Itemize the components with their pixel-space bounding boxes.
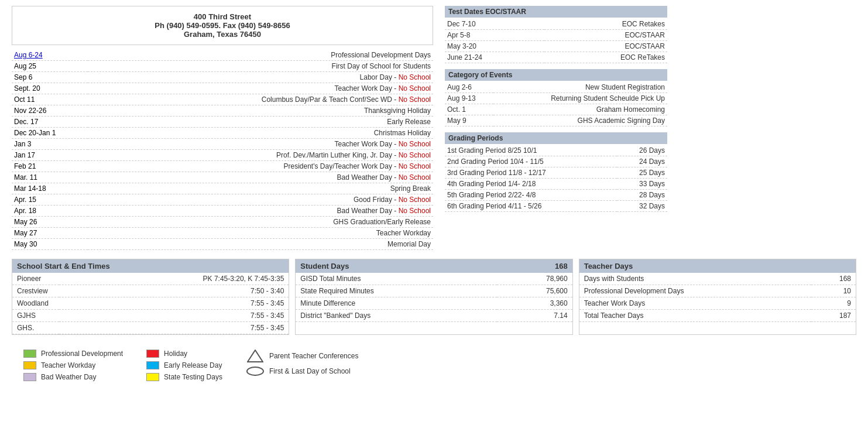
test-date: May 3-20 [445, 41, 544, 52]
list-item: Mar 14-18Spring Break [12, 183, 433, 194]
event-name: Bad Weather Day - No School [88, 206, 433, 217]
category-event: Graham Homecoming [493, 104, 667, 115]
category-event: Returning Student Scheulde Pick Up [493, 93, 667, 104]
grading-header: Grading Periods [445, 132, 667, 144]
legend-label: State Testing Days [164, 373, 222, 381]
event-name: Prof. Dev./Martin Luther King, Jr. Day -… [88, 150, 433, 161]
list-item: GHS.7:55 - 3:45 [12, 322, 289, 334]
grading-period: 2nd Grading Period 10/4 - 11/5 [445, 156, 617, 167]
student-days-title: Student Days [300, 262, 349, 271]
legend-label: Professional Development [41, 350, 123, 358]
teacher-days-header: Teacher Days [579, 259, 856, 273]
school-name: GHS. [12, 322, 59, 334]
event-date: May 27 [12, 228, 88, 239]
legend-item: Early Release Day [146, 361, 222, 369]
list-item: Oct 11Columbus Day/Par & Teach Conf/Sec … [12, 94, 433, 105]
grading-section: Grading Periods 1st Grading Period 8/25 … [445, 132, 667, 212]
test-event: EOC ReTakes [544, 52, 667, 63]
legend-section: Professional DevelopmentTeacher WorkdayB… [12, 344, 856, 387]
legend-label: Teacher Workday [41, 361, 95, 369]
event-name: Good Friday - No School [88, 194, 433, 206]
legend-label: Parent Teacher Conferences [269, 352, 359, 360]
list-item: Apr. 18Bad Weather Day - No School [12, 206, 433, 217]
event-name: Columbus Day/Par & Teach Conf/Sec WD - N… [88, 94, 433, 105]
list-item: 3rd Grading Period 11/8 - 12/1725 Days [445, 167, 667, 179]
event-date: Sept. 20 [12, 83, 88, 94]
test-date: Dec 7-10 [445, 19, 544, 30]
teacher-days-value: 10 [811, 285, 856, 297]
list-item: Crestview7:50 - 3:40 [12, 285, 289, 297]
legend-label: Early Release Day [164, 361, 222, 369]
list-item: Apr. 15Good Friday - No School [12, 194, 433, 206]
list-item: Mar. 11Bad Weather Day - No School [12, 172, 433, 183]
legend-item: Professional Development [23, 350, 123, 358]
test-dates-header: Test Dates EOC/STAAR [445, 6, 667, 18]
legend-item: Holiday [146, 350, 222, 358]
test-date: June 21-24 [445, 52, 544, 63]
school-time: 7:50 - 3:40 [59, 285, 289, 297]
event-date: Jan 17 [12, 150, 88, 161]
event-date: Sep 6 [12, 72, 88, 83]
school-time: 7:55 - 3:45 [59, 310, 289, 322]
category-header: Category of Events [445, 69, 667, 81]
event-date: Apr. 15 [12, 194, 88, 206]
event-date: Aug 25 [12, 61, 88, 72]
grading-days: 24 Days [617, 156, 667, 167]
category-event: GHS Academic Signing Day [493, 115, 667, 126]
event-name: President's Day/Teacher Work Day - No Sc… [88, 161, 433, 172]
teacher-days-label: Total Teacher Days [579, 310, 811, 322]
event-name: Teacher Workday [88, 228, 433, 239]
event-name: Thanksgiving Holiday [88, 105, 433, 117]
list-item: Professional Development Days10 [579, 285, 856, 297]
legend-color-box [146, 350, 159, 358]
list-item: Sept. 20Teacher Work Day - No School [12, 83, 433, 94]
list-item: Dec 20-Jan 1Christmas Holiday [12, 128, 433, 139]
list-item: Apr 5-8EOC/STAAR [445, 30, 667, 41]
grading-days: 33 Days [617, 179, 667, 190]
legend-color-box [146, 361, 159, 369]
svg-point-1 [247, 367, 263, 375]
list-item: June 21-24EOC ReTakes [445, 52, 667, 63]
legend-item: First & Last Day of School [246, 366, 359, 376]
event-name: Teacher Work Day - No School [88, 83, 433, 94]
legend-item: Teacher Workday [23, 361, 123, 369]
category-event: New Student Registration [493, 82, 667, 93]
list-item: May 3-20EOC/STAAR [445, 41, 667, 52]
category-section: Category of Events Aug 2-6New Student Re… [445, 69, 667, 126]
legend-item: Parent Teacher Conferences [246, 350, 359, 362]
right-panel: Test Dates EOC/STAAR Dec 7-10EOC Retakes… [445, 6, 667, 250]
student-days-label: Minute Difference [296, 297, 497, 310]
list-item: Aug 6-24Professional Development Days [12, 50, 433, 61]
legend-color-box [23, 373, 36, 381]
event-date: May 26 [12, 217, 88, 228]
school-name: Woodland [12, 297, 59, 310]
school-name: GJHS [12, 310, 59, 322]
teacher-days-value: 187 [811, 310, 856, 322]
test-event: EOC/STAAR [544, 41, 667, 52]
list-item: Dec 7-10EOC Retakes [445, 19, 667, 30]
school-phone: Ph (940) 549-0595. Fax (940) 549-8656 [24, 21, 421, 30]
event-date: Dec 20-Jan 1 [12, 128, 88, 139]
teacher-days-table: Days with Students168Professional Develo… [579, 273, 856, 322]
event-date: Aug 6-24 [12, 50, 88, 61]
legend-item: State Testing Days [146, 373, 222, 381]
student-days-panel: Student Days 168 GISD Total Minutes78,96… [295, 259, 572, 335]
teacher-days-label: Professional Development Days [579, 285, 811, 297]
list-item: GISD Total Minutes78,960 [296, 273, 572, 285]
event-date: Feb 21 [12, 161, 88, 172]
event-name: Labor Day - No School [88, 72, 433, 83]
list-item: Minute Difference3,360 [296, 297, 572, 310]
student-days-table: GISD Total Minutes78,960State Required M… [296, 273, 572, 322]
legend-color-box [146, 373, 159, 381]
student-days-label: State Required Minutes [296, 285, 497, 297]
student-days-value: 78,960 [497, 273, 572, 285]
bottom-section: School Start & End Times PioneerPK 7:45-… [12, 259, 856, 335]
grading-days: 28 Days [617, 190, 667, 201]
school-address: 400 Third Street [24, 12, 421, 21]
grading-days: 32 Days [617, 201, 667, 212]
list-item: Feb 21President's Day/Teacher Work Day -… [12, 161, 433, 172]
test-dates-table: Dec 7-10EOC RetakesApr 5-8EOC/STAARMay 3… [445, 19, 667, 63]
teacher-days-value: 9 [811, 297, 856, 310]
list-item: 2nd Grading Period 10/4 - 11/524 Days [445, 156, 667, 167]
list-item: Aug 2-6New Student Registration [445, 82, 667, 93]
